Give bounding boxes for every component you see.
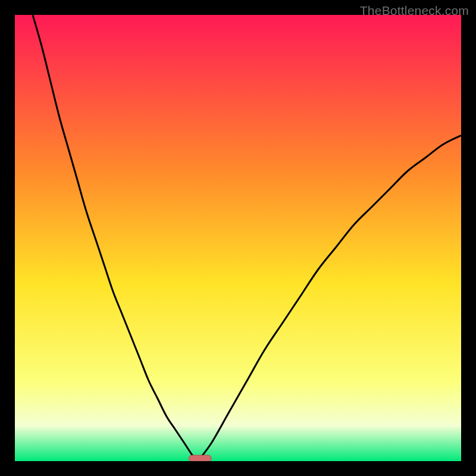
plot-area — [15, 15, 461, 461]
outer-frame: TheBottleneck.com — [0, 0, 476, 476]
bottleneck-chart — [15, 15, 461, 461]
optimum-marker — [189, 455, 212, 461]
gradient-background — [15, 15, 461, 461]
watermark-text: TheBottleneck.com — [360, 4, 469, 18]
